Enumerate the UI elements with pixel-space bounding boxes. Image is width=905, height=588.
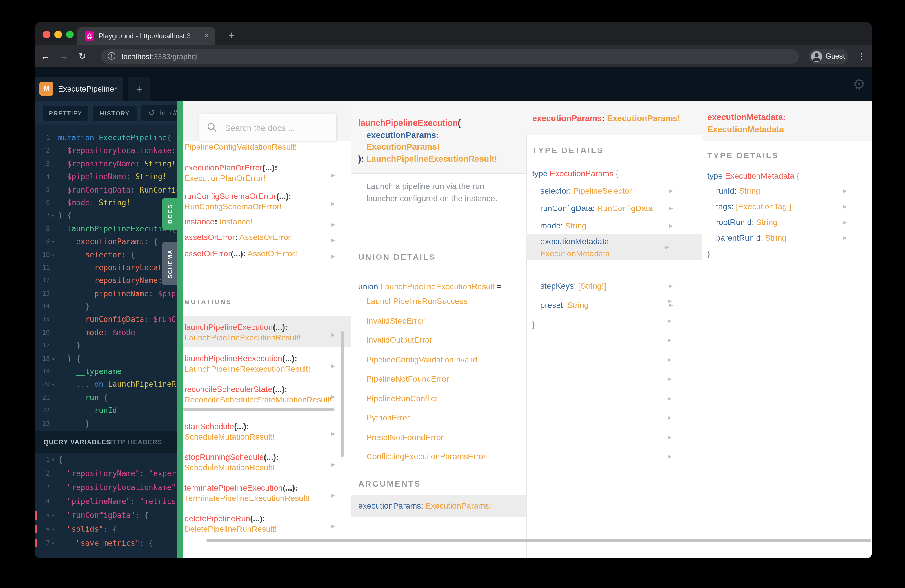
fold-arrow-icon[interactable]: ▾ bbox=[52, 536, 55, 550]
address-bar[interactable]: i localhost:3333/graphql bbox=[101, 49, 799, 64]
tab-close-icon[interactable]: ✕ bbox=[202, 32, 210, 40]
back-icon[interactable]: ← bbox=[38, 45, 52, 67]
tab-schema[interactable]: SCHEMA bbox=[162, 242, 178, 285]
reload-icon[interactable]: ↻ bbox=[75, 45, 89, 67]
doc-field-row[interactable]: assetOrError(...): AssetOrError!▶ bbox=[183, 248, 351, 259]
chevron-right-icon[interactable]: ▶ bbox=[331, 235, 335, 242]
playground-new-tab-button[interactable]: + bbox=[128, 76, 150, 102]
type-field-row[interactable]: stepKeys: [String!] bbox=[540, 281, 606, 291]
type-field-row[interactable]: rootRunId: String bbox=[716, 217, 778, 227]
type-field-row-selected[interactable]: executionMetadata:ExecutionMetadata▶ bbox=[526, 234, 702, 260]
chevron-right-icon[interactable]: ▶ bbox=[331, 521, 335, 531]
union-member-row[interactable]: PresetNotFoundError bbox=[367, 432, 443, 442]
chevron-right-icon[interactable]: ▶ bbox=[484, 503, 488, 509]
chevron-right-icon[interactable]: ▶ bbox=[669, 283, 673, 289]
query-editor-lines[interactable]: 1mutation ExecutePipeline(2 $repositoryL… bbox=[35, 125, 177, 431]
type-field-row[interactable]: selector: PipelineSelector! bbox=[540, 186, 634, 196]
chevron-right-icon[interactable]: ▶ bbox=[331, 251, 335, 259]
union-member-row[interactable]: LaunchPipelineRunSuccess bbox=[367, 296, 468, 306]
query-variables-lines[interactable]: 1▾{2 "repositoryName": "exper3 "reposito… bbox=[35, 453, 177, 558]
endpoint-input[interactable]: ↺http://loc bbox=[141, 105, 177, 121]
docs-vertical-scrollbar[interactable] bbox=[341, 331, 344, 457]
profile-button[interactable]: Guest bbox=[809, 49, 848, 64]
chevron-right-icon[interactable]: ▶ bbox=[669, 222, 673, 229]
chevron-right-icon[interactable]: ▶ bbox=[331, 429, 335, 439]
type-field-row[interactable]: runId: String bbox=[716, 186, 761, 196]
docs-search-input[interactable] bbox=[224, 114, 330, 142]
chevron-right-icon[interactable]: ▶ bbox=[665, 244, 669, 250]
chevron-right-icon[interactable]: ▶ bbox=[843, 235, 847, 241]
chevron-right-icon[interactable]: ▶ bbox=[668, 318, 672, 323]
chevron-right-icon[interactable]: ▶ bbox=[331, 361, 335, 371]
doc-field-row[interactable]: assetsOrError: AssetsOrError!▶ bbox=[183, 232, 351, 242]
traffic-zoom-icon[interactable] bbox=[66, 31, 74, 38]
doc-field-row[interactable]: runConfigSchemaOrError(...):RunConfigSch… bbox=[183, 191, 351, 211]
fold-arrow-icon[interactable]: ▾ bbox=[52, 248, 55, 262]
doc-field-row[interactable]: terminatePipelineExecution(...):Terminat… bbox=[183, 483, 351, 503]
fold-arrow-icon[interactable]: ▾ bbox=[52, 453, 55, 467]
doc-field-row[interactable]: stopRunningSchedule(...):ScheduleMutatio… bbox=[183, 452, 351, 473]
doc-field-row-partial[interactable]: PipelineConfigValidationResult! bbox=[183, 141, 351, 154]
chevron-right-icon[interactable]: ▶ bbox=[331, 170, 335, 180]
playground-tab[interactable]: M ExecutePipeline ✕ bbox=[35, 76, 124, 102]
tab-query-variables[interactable]: QUERY VARIABLES bbox=[43, 431, 111, 453]
chevron-right-icon[interactable]: ▶ bbox=[843, 188, 847, 194]
prettify-button[interactable]: PRETTIFY bbox=[43, 105, 87, 121]
union-member-row[interactable]: ConflictingExecutionParamsError bbox=[367, 451, 486, 462]
fold-arrow-icon[interactable]: ▾ bbox=[52, 523, 55, 536]
type-field-row[interactable]: mode: String bbox=[540, 220, 586, 231]
type-field-row[interactable]: parentRunId: String bbox=[716, 232, 786, 243]
list-horizontal-scrollbar[interactable] bbox=[183, 408, 335, 411]
doc-field-row[interactable]: instance: Instance!▶ bbox=[183, 216, 351, 227]
traffic-close-icon[interactable] bbox=[43, 31, 51, 38]
chevron-right-icon[interactable]: ▶ bbox=[668, 395, 672, 401]
doc-field-row[interactable]: deletePipelineRun(...):DeletePipelineRun… bbox=[183, 513, 351, 534]
chevron-right-icon[interactable]: ▶ bbox=[331, 391, 335, 402]
chevron-right-icon[interactable]: ▶ bbox=[668, 453, 672, 459]
chevron-right-icon[interactable]: ▶ bbox=[668, 337, 672, 343]
chevron-right-icon[interactable]: ▶ bbox=[668, 356, 672, 362]
chevron-right-icon[interactable]: ▶ bbox=[843, 219, 847, 225]
forward-icon[interactable]: → bbox=[57, 45, 71, 67]
docs-drag-handle[interactable] bbox=[177, 102, 183, 558]
chevron-right-icon[interactable]: ▶ bbox=[668, 434, 672, 440]
docs-search-box[interactable] bbox=[199, 114, 336, 141]
union-member-row[interactable]: PipelineNotFoundError bbox=[367, 373, 449, 384]
fold-arrow-icon[interactable]: ▾ bbox=[52, 352, 55, 366]
chevron-right-icon[interactable]: ▶ bbox=[331, 490, 335, 501]
browser-menu-icon[interactable]: ⋮ bbox=[856, 45, 867, 67]
chevron-right-icon[interactable]: ▶ bbox=[331, 198, 335, 209]
doc-field-row[interactable]: startSchedule(...):ScheduleMutationResul… bbox=[183, 421, 351, 442]
doc-field-row[interactable]: reconcileSchedulerState(...):ReconcileSc… bbox=[183, 384, 351, 405]
browser-tab[interactable]: Playground - http://localhost:3 ✕ bbox=[77, 27, 215, 45]
union-member-row[interactable]: PipelineRunConflict bbox=[367, 393, 437, 403]
chevron-right-icon[interactable]: ▶ bbox=[669, 205, 673, 211]
traffic-minimize-icon[interactable] bbox=[54, 31, 62, 38]
union-member-row[interactable]: InvalidStepError bbox=[367, 315, 425, 326]
history-button[interactable]: HISTORY bbox=[93, 105, 137, 121]
tab-docs[interactable]: DOCS bbox=[162, 198, 178, 230]
fold-arrow-icon[interactable]: ▾ bbox=[52, 509, 55, 523]
chevron-right-icon[interactable]: ▶ bbox=[669, 302, 673, 308]
docs-horizontal-scrollbar[interactable] bbox=[206, 539, 871, 542]
type-field-row[interactable]: tags: [ExecutionTag!] bbox=[716, 201, 791, 211]
new-tab-button[interactable]: + bbox=[224, 28, 239, 43]
doc-field-row[interactable]: executionPlanOrError(...):ExecutionPlanO… bbox=[183, 162, 351, 183]
chevron-right-icon[interactable]: ▶ bbox=[331, 459, 335, 470]
site-info-icon[interactable]: i bbox=[108, 52, 115, 60]
doc-field-row[interactable]: launchPipelineExecution(...):LaunchPipel… bbox=[183, 316, 351, 347]
argument-row-selected[interactable]: executionParams: ExecutionParams! ▶ bbox=[351, 495, 526, 516]
playground-tab-close-icon[interactable]: ✕ bbox=[112, 85, 120, 93]
fold-arrow-icon[interactable]: ▾ bbox=[52, 210, 55, 222]
union-member-row[interactable]: PipelineConfigValidationInvalid bbox=[367, 354, 477, 364]
chevron-right-icon[interactable]: ▶ bbox=[669, 188, 673, 194]
chevron-right-icon[interactable]: ▶ bbox=[668, 415, 672, 420]
chevron-right-icon[interactable]: ▶ bbox=[668, 376, 672, 381]
chevron-right-icon[interactable]: ▶ bbox=[331, 329, 335, 340]
chevron-right-icon[interactable]: ▶ bbox=[843, 203, 847, 209]
type-field-row[interactable]: preset: String bbox=[540, 300, 589, 310]
type-field-row[interactable]: runConfigData: RunConfigData bbox=[540, 203, 653, 213]
settings-gear-icon[interactable]: ⚙ bbox=[848, 70, 871, 99]
tab-http-headers[interactable]: HTTP HEADERS bbox=[107, 431, 162, 453]
union-member-row[interactable]: PythonError bbox=[367, 412, 410, 423]
